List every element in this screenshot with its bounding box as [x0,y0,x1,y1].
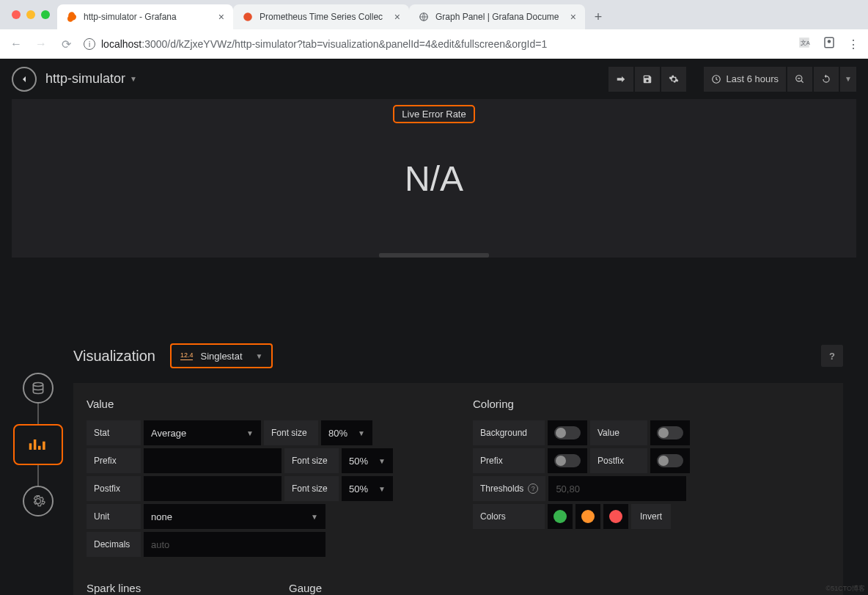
decimals-label: Decimals [87,532,141,557]
stat-fontsize-select[interactable]: 80%▼ [321,420,372,445]
value-color-label: Value [590,420,647,445]
singlestat-value: N/A [405,158,463,199]
help-button[interactable]: ? [821,345,843,367]
window-controls [7,0,57,29]
maximize-window[interactable] [41,10,50,19]
grafana-icon [66,11,78,23]
prefix-color-label: Prefix [473,448,545,473]
help-icon[interactable]: ? [528,483,538,494]
gauge-options: Gauge Show [289,582,425,595]
watermark: ©51CTO博客 [826,584,865,594]
visualization-tab[interactable] [13,424,63,465]
refresh-button[interactable] [814,67,839,92]
panel-preview: Live Error Rate N/A [12,99,856,258]
stat-select[interactable]: Average▼ [144,420,261,445]
share-button[interactable] [608,67,633,92]
value-toggle[interactable] [650,420,690,445]
time-range-picker[interactable]: Last 6 hours [704,67,786,92]
chevron-down-icon: ▼ [130,75,137,83]
general-tab[interactable] [23,486,54,516]
profile-icon[interactable] [823,36,836,52]
prefix-input[interactable] [144,448,282,473]
viz-badge: 12.4 [180,351,194,360]
forward-icon[interactable]: → [34,37,48,51]
svg-point-0 [243,12,252,21]
close-window[interactable] [12,10,21,19]
color-2[interactable] [575,504,600,529]
back-button[interactable] [12,67,37,92]
zoom-out-button[interactable] [787,67,812,92]
svg-point-7 [33,383,43,387]
reload-icon[interactable]: ⟳ [59,37,73,51]
fontsize-label: Font size [284,476,339,501]
value-options: Value Stat Average▼ Font size 80%▼ Prefi… [87,398,444,560]
save-button[interactable] [635,67,660,92]
editor-section: Visualization 12.4 Singlestat ▼ ? Value … [73,337,843,595]
group-title: Spark lines [87,582,216,594]
url-field[interactable]: i localhost:3000/d/kZjxeYVWz/http-simula… [84,38,787,50]
viz-type-label: Singlestat [200,351,242,362]
prefix-fontsize-select[interactable]: 50%▼ [342,448,393,473]
close-tab-icon[interactable]: × [394,11,400,23]
globe-icon [418,11,430,23]
tab-title: Graph Panel | Grafana Docume [435,12,559,22]
unit-select[interactable]: none▼ [144,504,326,529]
tab-prometheus[interactable]: Prometheus Time Series Collec × [233,4,409,29]
svg-point-4 [828,40,831,43]
panel-title[interactable]: Live Error Rate [393,105,474,123]
background-label: Background [473,420,545,445]
postfix-input[interactable] [144,476,282,501]
decimals-input[interactable] [144,532,326,557]
color-1[interactable] [548,504,573,529]
postfix-toggle[interactable] [650,448,690,473]
minimize-window[interactable] [26,10,35,19]
thresholds-label: Thresholds? [473,476,545,501]
svg-text:文A: 文A [801,40,810,46]
colors-label: Colors [473,504,545,529]
tab-strip: http-simulator - Grafana × Prometheus Ti… [0,0,868,29]
sparklines-options: Spark lines Show [87,582,216,595]
menu-icon[interactable]: ⋮ [847,37,859,51]
translate-icon[interactable]: 文A [798,36,811,52]
tab-title: Prometheus Time Series Collec [260,12,383,22]
queries-tab[interactable] [23,373,54,404]
dashboard-title[interactable]: http-simulator ▼ [45,71,137,87]
group-title: Gauge [289,582,425,594]
invert-button[interactable]: Invert [631,504,671,529]
unit-label: Unit [87,504,141,529]
prefix-toggle[interactable] [548,448,587,473]
postfix-label: Postfix [87,476,141,501]
close-tab-icon[interactable]: × [218,11,224,23]
tab-docs[interactable]: Graph Panel | Grafana Docume × [409,4,585,29]
coloring-options: Coloring Background Value Prefix Postfix [473,398,830,560]
site-info-icon[interactable]: i [84,38,95,50]
stat-label: Stat [87,420,141,445]
dashboard-name: http-simulator [45,71,125,87]
thresholds-input[interactable] [548,476,686,501]
refresh-interval-button[interactable]: ▼ [840,67,856,92]
postfix-fontsize-select[interactable]: 50%▼ [342,476,393,501]
fontsize-label: Font size [284,448,339,473]
group-title: Value [87,398,444,410]
back-icon[interactable]: ← [9,37,23,51]
url-text: localhost:3000/d/kZjxeYVWz/http-simulato… [101,38,547,50]
grafana-app: http-simulator ▼ Last 6 hours ▼ Live Err… [0,59,868,595]
address-bar: ← → ⟳ i localhost:3000/d/kZjxeYVWz/http-… [0,29,868,59]
settings-button[interactable] [661,67,686,92]
resize-handle[interactable] [379,253,489,258]
color-3[interactable] [603,504,628,529]
chevron-down-icon: ▼ [256,352,263,360]
dashboard-toolbar: http-simulator ▼ Last 6 hours ▼ [0,59,868,99]
new-tab-button[interactable]: + [588,7,608,27]
options-panel: Value Stat Average▼ Font size 80%▼ Prefi… [73,383,843,595]
editor-tabs [13,373,63,516]
postfix-color-label: Postfix [590,448,647,473]
time-range-label: Last 6 hours [726,73,779,84]
browser-chrome: http-simulator - Grafana × Prometheus Ti… [0,0,868,59]
background-toggle[interactable] [548,420,587,445]
tab-grafana[interactable]: http-simulator - Grafana × [57,4,233,29]
close-tab-icon[interactable]: × [570,11,576,23]
prometheus-icon [242,11,254,23]
visualization-picker[interactable]: 12.4 Singlestat ▼ [170,343,273,368]
tab-title: http-simulator - Grafana [84,12,177,22]
